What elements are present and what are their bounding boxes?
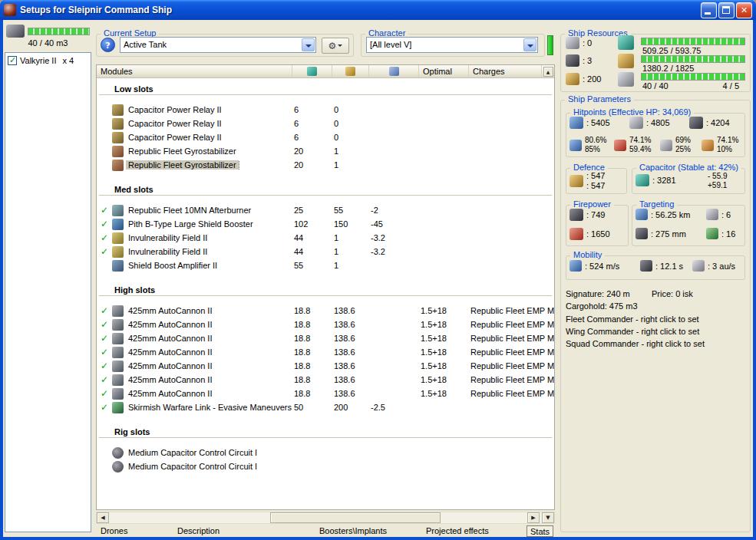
scroll-down-button[interactable]: ▼ [542,512,554,523]
setup-combobox-button[interactable] [302,38,315,51]
mobility-group: Mobility : 524 m/s : 12.1 s : 3 au/s [566,255,745,280]
module-row[interactable]: ✓425mm AutoCannon II18.8138.61.5+18Repub… [97,304,554,318]
cpu-usage-text: 509.25 / 593.75 [642,46,701,55]
optimal-column-header[interactable]: Optimal [419,65,469,77]
module-row[interactable]: Republic Fleet Gyrostabilizer201 [97,144,554,158]
module-row[interactable]: Capacitor Power Relay II60 [97,130,554,144]
defence-value-1: : 547 [586,171,605,181]
section-header: High slots [99,284,552,296]
tab-drones[interactable]: Drones [97,525,130,537]
module-row[interactable]: ✓425mm AutoCannon II18.8138.61.5+18Repub… [97,387,554,400]
minimize-button[interactable] [701,2,717,18]
module-row[interactable]: ✓425mm AutoCannon II18.8138.61.5+18Repub… [97,318,554,331]
scrollbar-track[interactable] [109,512,527,523]
setup-combobox[interactable]: Active Tank [120,37,316,53]
module-icon-cell [112,246,126,258]
thermal-resist: 74.1%59.4% [614,136,651,154]
charge-name: Republic Fleet EMP M [469,389,554,398]
character-combobox-value: [All level V] [370,40,522,49]
module-icon-cell [112,219,126,230]
module-row[interactable]: Republic Fleet Gyrostabilizer201 [97,158,554,172]
character-combobox[interactable]: [All level V] [366,37,538,53]
tab-stats[interactable]: Stats [527,525,553,537]
module-icon-cell [112,205,126,216]
powergrid-value: 150 [332,219,369,229]
scroll-up-button[interactable]: ▲ [543,67,553,77]
capacitor-icon [636,174,649,186]
tab-description[interactable]: Description [174,525,223,537]
module-row[interactable]: ✓Invulnerability Field II441-3.2 [97,245,554,258]
wing-commander-slot[interactable]: Wing Commander - right click to set [566,327,699,336]
module-row[interactable]: ✓425mm AutoCannon II18.8138.61.5+18Repub… [97,345,554,359]
align-time-icon [640,260,652,272]
window-content: 40 / 40 m3 Valkyrie II x 4 Current Setup… [3,20,753,537]
powergrid-value: 0 [332,119,369,128]
module-icon-cell [112,374,126,386]
capacitor-icon [389,67,399,76]
help-button[interactable]: ? [101,38,115,52]
maximize-button[interactable] [718,2,735,18]
charge-name: Republic Fleet EMP M [469,347,554,357]
character-group: Character [All level V] [361,34,545,57]
module-row[interactable]: ✓Republic Fleet 10MN Afterburner2555-2 [97,203,554,217]
cpu-column-header[interactable] [292,65,332,77]
tab-boosters-implants[interactable]: Boosters\Implants [316,525,390,537]
module-row[interactable]: ✓Pith B-Type Large Shield Booster102150-… [97,217,554,231]
module-row[interactable]: ✓Invulnerability Field II441-3.2 [97,231,554,245]
module-icon-cell [112,232,126,244]
module-row[interactable]: Capacitor Power Relay II60 [97,117,554,130]
module-name: Capacitor Power Relay II [126,133,292,142]
capacitor-value: -2.5 [369,403,419,412]
scan-resolution: : 275 mm [636,228,686,239]
module-row[interactable]: Shield Boost Amplifier II551 [97,258,554,272]
capacitor-column-header[interactable] [369,65,419,77]
ab-module-icon [112,205,124,216]
module-row[interactable]: Medium Capacitor Control Circuit I [97,446,554,459]
active-check-icon: ✓ [97,388,112,399]
module-icon-cell [112,118,126,130]
slot-section: High slots✓425mm AutoCannon II18.8138.61… [97,284,554,414]
max-velocity-icon [569,260,582,272]
module-row[interactable]: ✓Skirmish Warfare Link - Evasive Maneuve… [97,400,554,414]
shield-hp: : 5405 [569,117,610,129]
align-time: : 12.1 s [640,260,683,272]
ship-parameters-label: Ship Parameters [565,94,634,104]
cpu-value: 18.8 [292,375,332,384]
module-row[interactable]: ✓425mm AutoCannon II18.8138.61.5+18Repub… [97,373,554,387]
structure-hp: : 4204 [689,117,730,129]
drone-qty: x 4 [62,56,74,65]
character-combobox-button[interactable] [523,38,536,51]
drone-list-item[interactable]: Valkyrie II x 4 [6,54,90,67]
slots-usage-text: 4 / 5 [723,81,739,91]
cpu-value: 102 [292,219,332,229]
invuln-module-icon [112,232,124,244]
calibration-value: : 200 [583,74,601,84]
module-row[interactable]: ✓425mm AutoCannon II18.8138.61.5+18Repub… [97,331,554,345]
max-velocity: : 524 m/s [569,260,619,272]
drone-checkbox[interactable] [8,56,17,65]
module-row[interactable]: ✓425mm AutoCannon II18.8138.61.5+18Repub… [97,359,554,373]
close-button[interactable]: ✕ [736,2,752,18]
kinetic-armor-resist: 25% [675,145,691,154]
powergrid-value: 138.6 [332,361,369,370]
drone-list[interactable]: Valkyrie II x 4 [5,52,91,532]
module-icon-cell [112,447,126,459]
scroll-left-button[interactable]: ◀ [97,512,109,523]
fleet-commander-slot[interactable]: Fleet Commander - right click to set [566,314,699,324]
charges-column-header[interactable]: Charges [469,65,542,77]
setup-tools-button[interactable]: ⚙ [322,38,349,54]
cpu-value: 6 [292,133,332,142]
module-row[interactable]: Medium Capacitor Control Circuit I [97,459,554,473]
module-row[interactable]: Capacitor Power Relay II60 [97,103,554,117]
current-setup-group: Current Setup ? Active Tank ⚙ [96,34,354,57]
powergrid-column-header[interactable] [332,65,369,77]
scrollbar-thumb[interactable] [270,512,441,523]
powergrid-bar [641,55,745,63]
modules-column-header[interactable]: Modules [97,65,292,77]
squad-commander-slot[interactable]: Squad Commander - right click to set [566,339,705,348]
drone-name: Valkyrie II [20,56,56,65]
module-name: 425mm AutoCannon II [126,320,292,329]
scroll-right-button[interactable]: ▶ [527,512,540,523]
ship-resources-group: Ship Resources : 0 : 3 : 200 509.25 / 59… [560,34,751,92]
tab-projected-effects[interactable]: Projected effects [423,525,492,537]
